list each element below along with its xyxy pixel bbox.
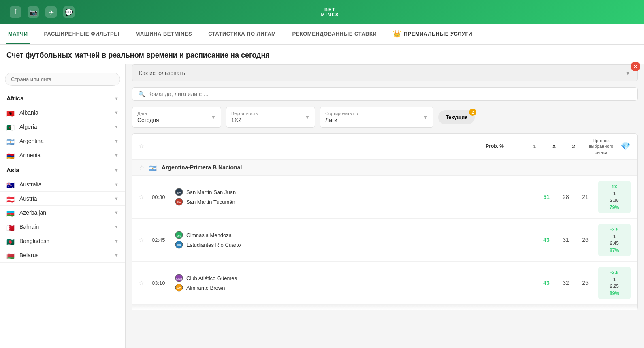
promo-close-button[interactable]: × <box>631 62 640 71</box>
prob-header: Prob. % <box>486 143 504 149</box>
chevron-down-icon: ▼ <box>114 96 119 101</box>
sidebar-item-azerbaijan[interactable]: 🇦🇿 Azerbaijan ▼ <box>0 206 125 220</box>
chevron-down-icon: ▼ <box>114 239 119 243</box>
chevron-down-icon: ▼ <box>114 168 119 173</box>
team2-logo: ER <box>175 241 183 249</box>
sidebar-item-algeria[interactable]: 🇩🇿 Algeria ▼ <box>0 120 125 134</box>
sidebar-item-label: Austria <box>19 195 37 202</box>
logo: BET MINES <box>321 7 339 17</box>
diamond-icon: 💎 <box>621 141 631 151</box>
forecast-pct: 79% <box>601 204 627 211</box>
chevron-down-icon: ▼ <box>114 196 119 201</box>
nav-league-stats[interactable]: СТАТИСТИКА ПО ЛИГАМ <box>207 25 277 44</box>
nav-advanced-filters[interactable]: РАСШИРЕННЫЕ ФИЛЬТРЫ <box>43 25 121 44</box>
match-probabilities: 43 32 25 <box>538 280 593 286</box>
sidebar-item-label: Albania <box>19 109 38 116</box>
col-2-header: 2 <box>565 143 582 149</box>
league-name: Argentina-Primera B Nacional <box>162 164 242 171</box>
sidebar-item-belarus[interactable]: 🇧🇾 Belarus ▼ <box>0 248 125 263</box>
forecast-pct: 89% <box>601 290 627 297</box>
chevron-down-icon: ▼ <box>114 110 119 115</box>
sidebar-item-australia[interactable]: 🇦🇺 Australia ▼ <box>0 177 125 192</box>
facebook-icon[interactable]: f <box>10 6 21 18</box>
chevron-down-icon: ▼ <box>305 114 310 120</box>
chevron-down-icon: ▼ <box>114 224 119 229</box>
flag-australia: 🇦🇺 <box>6 181 15 188</box>
flag-bahrain: 🇧🇭 <box>6 224 15 230</box>
team-search-input[interactable] <box>148 91 631 97</box>
team1-name: San Martín San Juan <box>186 189 236 195</box>
flag-argentina: 🇦🇷 <box>6 138 15 144</box>
instagram-icon[interactable]: 📷 <box>28 6 39 18</box>
forecast-odds: 12.25 <box>601 276 627 290</box>
sidebar-item-label: Algeria <box>19 124 37 130</box>
team1-logo: CAG <box>175 274 183 282</box>
nav-betmines-machine[interactable]: МАШИНА BETMINES <box>134 25 194 44</box>
table-row: ☆ 02:45 GM Gimnasia Mendoza ER Estudiant… <box>132 219 637 262</box>
table-row: ☆ 00:30 SM San Martín San Juan SM San Ma… <box>132 176 637 219</box>
forecast-cell[interactable]: -3.5 12.25 89% <box>598 267 631 299</box>
prob-1-value: 51 <box>538 194 554 200</box>
sidebar-item-asia[interactable]: Asia ▼ <box>0 162 125 177</box>
prob-2-value: 26 <box>577 237 593 243</box>
svg-text:GM: GM <box>177 234 182 237</box>
team2-logo: AB <box>175 284 183 292</box>
league-header: ☆ 🇦🇷 Argentina-Primera B Nacional <box>132 160 637 176</box>
flag-albania: 🇦🇱 <box>6 110 15 116</box>
forecast-label: -3.5 <box>601 269 627 276</box>
match-star-icon[interactable]: ☆ <box>139 237 147 243</box>
chevron-down-icon: ▼ <box>423 114 428 120</box>
flag-belarus: 🇧🇾 <box>6 252 15 258</box>
flag-armenia: 🇦🇲 <box>6 152 15 158</box>
sidebar-item-armenia[interactable]: 🇦🇲 Armenia ▼ <box>0 148 125 162</box>
sort-filter[interactable]: Сортировать по Лиги ▼ <box>320 107 433 128</box>
forecast-odds: 12.45 <box>601 233 627 247</box>
match-star-icon[interactable]: ☆ <box>139 280 147 286</box>
date-filter-label: Дата <box>137 111 159 116</box>
team-search-bar: 🔍 <box>132 87 638 101</box>
flag-algeria: 🇩🇿 <box>6 124 15 130</box>
prob-x-value: 28 <box>558 194 574 200</box>
sidebar-item-label: Armenia <box>19 152 41 158</box>
prob-2-value: 21 <box>577 194 593 200</box>
forecast-cell[interactable]: -3.5 12.45 87% <box>598 224 631 256</box>
sidebar-item-bangladesh[interactable]: 🇧🇩 Bangladesh ▼ <box>0 234 125 248</box>
prob-x-value: 32 <box>558 280 574 286</box>
sidebar-search-container <box>0 69 125 91</box>
match-star-icon[interactable]: ☆ <box>139 194 147 200</box>
flag-bangladesh: 🇧🇩 <box>6 238 15 244</box>
chevron-down-icon: ▼ <box>114 253 119 258</box>
sidebar-item-africa[interactable]: Africa ▼ <box>0 91 125 106</box>
forecast-label: -3.5 <box>601 226 627 233</box>
page-layout: Africa ▼ 🇦🇱 Albania ▼ 🇩🇿 Algeria ▼ 🇦🇷 Ar… <box>0 64 644 348</box>
date-filter[interactable]: Дата Сегодня ▼ <box>132 107 221 128</box>
sidebar-item-argentina[interactable]: 🇦🇷 Argentina ▼ <box>0 134 125 148</box>
probability-filter[interactable]: Вероятность 1X2 ▼ <box>226 107 315 128</box>
team1-name: Gimnasia Mendoza <box>186 232 232 238</box>
sidebar-item-austria[interactable]: 🇦🇹 Austria ▼ <box>0 192 125 206</box>
nav-recommended-bets[interactable]: РЕКОМЕНДОВАННЫЕ СТАВКИ <box>290 25 378 44</box>
promo-banner: Как использовать ▼ × <box>132 64 638 81</box>
team1-logo: GM <box>175 231 183 239</box>
telegram-icon[interactable]: ✈ <box>45 6 57 18</box>
sidebar-item-bahrain[interactable]: 🇧🇭 Bahrain ▼ <box>0 220 125 234</box>
sidebar-item-albania[interactable]: 🇦🇱 Albania ▼ <box>0 106 125 120</box>
main-content: Как использовать ▼ × 🔍 Дата Сегодня ▼ Ве… <box>126 64 644 348</box>
discord-icon[interactable]: 💬 <box>63 6 75 18</box>
team1-name: Club Atlético Güemes <box>186 275 237 281</box>
flag-azerbaijan: 🇦🇿 <box>6 210 15 216</box>
forecast-label: 1X <box>601 183 627 190</box>
chevron-down-icon: ▼ <box>114 153 119 158</box>
forecast-cell[interactable]: 1X 12.38 79% <box>598 181 631 213</box>
col-1-header: 1 <box>527 143 543 149</box>
sidebar-item-label: Azerbaijan <box>19 209 46 216</box>
match-time: 00:30 <box>152 194 170 200</box>
sidebar-item-label: Argentina <box>19 138 44 144</box>
forecast-header: Прогнозвыбранногорынка <box>585 138 617 155</box>
prob-2-value: 25 <box>577 280 593 286</box>
league-star-icon[interactable]: ☆ <box>139 164 145 171</box>
nav-matches[interactable]: МАТЧИ <box>6 25 30 44</box>
sidebar-search-input[interactable] <box>5 73 120 86</box>
nav-premium[interactable]: 👑 ПРЕМИАЛЬНЫЕ УСЛУГИ <box>391 24 474 45</box>
sidebar-item-label: Bangladesh <box>19 238 49 244</box>
